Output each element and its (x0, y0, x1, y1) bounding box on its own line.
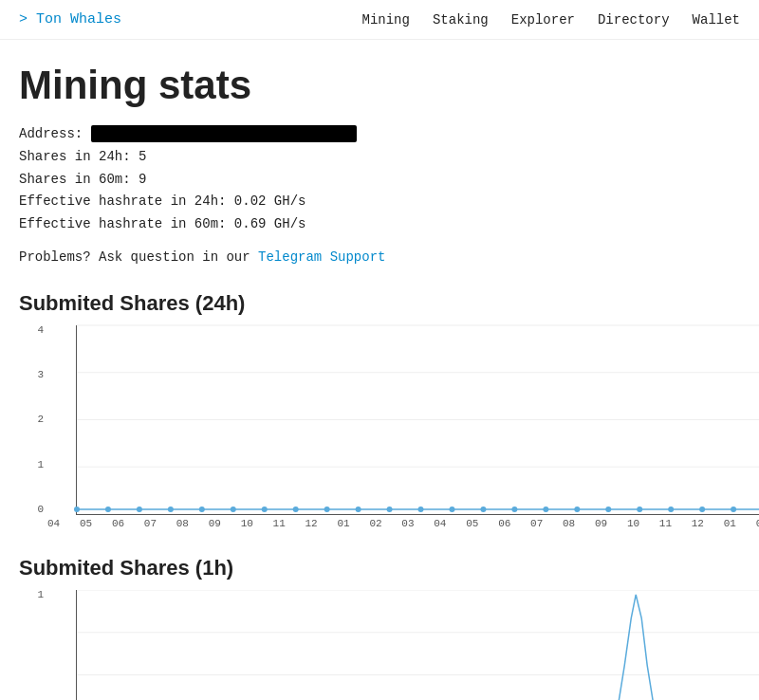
chart-1h-canvas (76, 590, 759, 700)
nav-explorer[interactable]: Explorer (511, 12, 575, 28)
svg-point-5 (74, 507, 80, 512)
svg-point-24 (668, 507, 674, 512)
main-nav: Mining Staking Explorer Directory Wallet (362, 12, 741, 28)
chart-24h-title: Submited Shares (24h) (19, 291, 740, 316)
support-line: Problems? Ask question in our Telegram S… (19, 249, 740, 265)
nav-staking[interactable]: Staking (433, 12, 489, 28)
svg-point-19 (511, 507, 517, 512)
hashrate-24h-row: Effective hashrate in 24h: 0.02 GH/s (19, 191, 740, 213)
telegram-support-link[interactable]: Telegram Support (258, 249, 385, 265)
chart-24h-y-axis: 4 3 2 1 0 (19, 325, 44, 515)
site-logo[interactable]: > Ton Whales (19, 11, 121, 28)
svg-point-9 (199, 507, 205, 512)
nav-wallet[interactable]: Wallet (693, 12, 740, 28)
nav-directory[interactable]: Directory (598, 12, 670, 28)
svg-point-15 (387, 507, 393, 512)
nav-mining[interactable]: Mining (362, 12, 410, 28)
chart-24h-canvas (76, 325, 759, 515)
chart-1h-section: Submited Shares (1h) 1 0.75 (19, 556, 740, 700)
shares-24h-row: Shares in 24h: 5 (19, 146, 740, 169)
chart-24h-svg (77, 325, 759, 514)
chart-1h-svg (77, 590, 759, 700)
svg-point-22 (605, 507, 611, 512)
svg-point-18 (480, 507, 486, 512)
svg-point-21 (574, 507, 580, 512)
svg-point-14 (356, 507, 361, 512)
hashrate-24h-label: Effective hashrate in 24h: (19, 193, 226, 209)
page-title: Mining stats (19, 63, 740, 108)
svg-point-17 (449, 507, 454, 512)
stats-block: Address: Shares in 24h: 5 Shares in 60m:… (19, 123, 740, 236)
svg-point-10 (231, 507, 236, 512)
chart-1h-y-axis: 1 0.75 (19, 590, 44, 700)
address-label: Address: (19, 126, 83, 141)
hashrate-60m-row: Effective hashrate in 60m: 0.69 GH/s (19, 213, 740, 236)
svg-point-20 (543, 507, 548, 512)
shares-60m-label: Shares in 60m: (19, 172, 131, 187)
address-row: Address: (19, 123, 740, 146)
chart-24h-x-axis: 04 05 06 07 08 09 10 11 12 01 02 03 04 0… (47, 518, 759, 529)
support-prefix: Problems? Ask question in our (19, 249, 258, 265)
svg-point-25 (699, 507, 705, 512)
svg-point-12 (293, 507, 299, 512)
svg-point-7 (137, 507, 142, 512)
chart-24h-section: Submited Shares (24h) 4 3 2 1 0 (19, 291, 740, 529)
shares-60m-row: Shares in 60m: 9 (19, 169, 740, 192)
svg-point-6 (105, 507, 111, 512)
svg-point-16 (418, 507, 424, 512)
address-value-redacted (91, 125, 357, 142)
svg-point-23 (637, 507, 642, 512)
hashrate-60m-label: Effective hashrate in 60m: (19, 216, 226, 231)
svg-point-26 (731, 507, 736, 512)
svg-point-13 (324, 507, 330, 512)
shares-24h-label: Shares in 24h: (19, 149, 131, 164)
svg-point-8 (168, 507, 174, 512)
svg-point-11 (262, 507, 268, 512)
chart-1h-title: Submited Shares (1h) (19, 556, 740, 580)
